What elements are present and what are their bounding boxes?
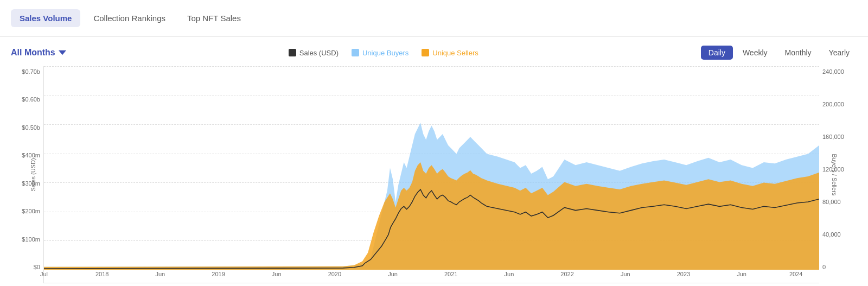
chart-svg (44, 66, 819, 270)
y-left-label-4: $400m (11, 152, 43, 158)
tab-sales-volume[interactable]: Sales Volume (11, 9, 80, 27)
y-left-label-0: $0 (11, 264, 43, 270)
chart-section: All Months Sales (USD) Unique Buyers Uni… (0, 37, 868, 283)
legend-buyers: Unique Buyers (352, 49, 409, 57)
chart-controls: All Months Sales (USD) Unique Buyers Uni… (11, 46, 857, 60)
period-daily[interactable]: Daily (701, 46, 733, 60)
legend-label-sales: Sales (USD) (299, 49, 339, 57)
x-label-jun-2023: Jun (737, 271, 746, 277)
y-axis-left-title: Sales (USD) (30, 158, 36, 191)
period-controls: Daily Weekly Monthly Yearly (701, 46, 857, 60)
legend-label-sellers: Unique Sellers (432, 49, 478, 57)
chart-canvas: Jul 2018 Jun 2019 Jun 2020 Jun 2021 Jun … (43, 66, 819, 283)
y-right-label-1: 40,000 (819, 231, 857, 238)
x-label-jun-2020: Jun (388, 271, 398, 277)
y-right-label-5: 200,000 (819, 101, 857, 107)
tab-collection-rankings[interactable]: Collection Rankings (85, 9, 174, 27)
legend-color-sales (289, 49, 296, 56)
x-label-2022: 2022 (560, 271, 573, 277)
y-right-label-0: 0 (819, 264, 857, 270)
top-navigation: Sales Volume Collection Rankings Top NFT… (0, 0, 868, 37)
legend-color-sellers (422, 49, 429, 56)
y-left-label-5: $0.50b (11, 124, 43, 131)
x-label-2020: 2020 (328, 271, 341, 277)
y-left-label-1: $100m (11, 236, 43, 243)
period-weekly[interactable]: Weekly (735, 46, 775, 60)
chart-legend: Sales (USD) Unique Buyers Unique Sellers (289, 49, 478, 57)
y-right-label-4: 160,000 (819, 134, 857, 140)
x-axis: Jul 2018 Jun 2019 Jun 2020 Jun 2021 Jun … (44, 270, 819, 283)
chart-wrapper: Sales (USD) Buyers / Sellers $0.70b $0.6… (11, 66, 857, 283)
tab-top-nft-sales[interactable]: Top NFT Sales (178, 9, 250, 27)
x-label-jul: Jul (40, 271, 48, 277)
y-right-label-3: 120,000 (819, 166, 857, 173)
x-label-jun-2022: Jun (621, 271, 630, 277)
month-filter-dropdown[interactable]: All Months (11, 48, 66, 58)
y-left-label-2: $200m (11, 208, 43, 214)
x-label-2021: 2021 (444, 271, 457, 277)
legend-color-buyers (352, 49, 359, 56)
y-axis-right-title: Buyers / Sellers (831, 154, 837, 195)
period-monthly[interactable]: Monthly (777, 46, 819, 60)
y-left-label-7: $0.70b (11, 68, 43, 75)
x-label-2024: 2024 (789, 271, 802, 277)
y-right-label-2: 80,000 (819, 199, 857, 205)
chevron-down-icon (59, 49, 66, 56)
y-axis-left: $0.70b $0.60b $0.50b $400m $300m $200m $… (11, 66, 43, 283)
legend-label-buyers: Unique Buyers (362, 49, 409, 57)
y-axis-right: 240,000 200,000 160,000 120,000 80,000 4… (819, 66, 857, 283)
y-left-label-3: $300m (11, 180, 43, 187)
x-label-2018: 2018 (95, 271, 108, 277)
month-filter-label: All Months (11, 48, 55, 58)
x-label-jun-2019: Jun (272, 271, 282, 277)
legend-sellers: Unique Sellers (422, 49, 478, 57)
x-label-2019: 2019 (212, 271, 225, 277)
x-label-jun-2021: Jun (505, 271, 514, 277)
legend-sales: Sales (USD) (289, 49, 339, 57)
x-label-jun-2018: Jun (155, 271, 165, 277)
period-yearly[interactable]: Yearly (821, 46, 857, 60)
x-label-2023: 2023 (677, 271, 690, 277)
y-left-label-6: $0.60b (11, 96, 43, 103)
y-right-label-6: 240,000 (819, 68, 857, 75)
